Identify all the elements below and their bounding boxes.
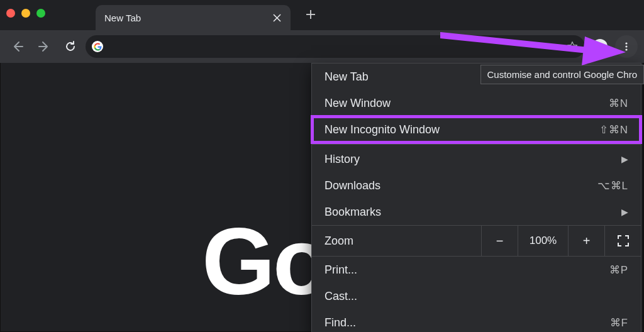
chevron-right-icon: ▶ <box>621 154 628 164</box>
menu-button-tooltip: Customise and control Google Chro <box>480 65 644 84</box>
google-logo: Go <box>202 208 328 316</box>
fullscreen-button[interactable] <box>604 226 641 256</box>
menu-label: Cast... <box>325 290 628 303</box>
toolbar <box>0 30 644 63</box>
menu-shortcut: ⌘N <box>609 97 628 110</box>
minimize-window-button[interactable] <box>21 9 30 18</box>
menu-label: Bookmarks <box>325 206 621 219</box>
menu-label: New Window <box>325 97 609 110</box>
profile-avatar-icon <box>592 38 608 55</box>
menu-label: Print... <box>325 263 609 277</box>
menu-label: History <box>325 153 621 166</box>
star-icon <box>566 40 579 53</box>
chrome-menu-button[interactable] <box>615 35 638 58</box>
new-tab-button[interactable] <box>301 4 321 25</box>
svg-point-6 <box>625 45 627 47</box>
zoom-out-button[interactable]: − <box>481 226 518 256</box>
zoom-percent: 100% <box>518 226 568 256</box>
chrome-main-menu: New Tab ⌘T New Window ⌘N New Incognito W… <box>311 63 641 332</box>
svg-point-5 <box>625 42 627 44</box>
reload-button[interactable] <box>59 35 82 58</box>
window-controls <box>6 9 45 18</box>
menu-shortcut: ⌥⌘L <box>597 179 628 192</box>
close-icon <box>273 14 281 22</box>
menu-shortcut: ⌘F <box>610 316 628 329</box>
address-bar[interactable] <box>86 35 585 58</box>
plus-icon <box>306 9 316 19</box>
menu-label: Zoom <box>312 235 481 248</box>
three-dots-icon <box>621 42 631 52</box>
browser-tab[interactable]: New Tab <box>96 5 291 30</box>
menu-item-new-window[interactable]: New Window ⌘N <box>312 90 641 116</box>
menu-label: New Incognito Window <box>325 123 599 136</box>
menu-item-find[interactable]: Find... ⌘F <box>312 309 641 332</box>
close-tab-button[interactable] <box>272 13 282 23</box>
menu-separator <box>312 144 641 145</box>
arrow-left-icon <box>11 40 24 53</box>
menu-item-cast[interactable]: Cast... <box>312 283 641 309</box>
menu-item-new-incognito-window[interactable]: New Incognito Window ⇧⌘N <box>312 116 641 143</box>
forward-button[interactable] <box>33 35 55 58</box>
menu-item-downloads[interactable]: Downloads ⌥⌘L <box>312 172 641 199</box>
menu-item-bookmarks[interactable]: Bookmarks ▶ <box>312 199 641 225</box>
tab-title: New Tab <box>104 13 272 23</box>
profile-avatar-button[interactable] <box>589 35 611 58</box>
zoom-in-button[interactable]: + <box>568 226 604 256</box>
menu-label: Find... <box>325 316 610 329</box>
menu-shortcut: ⇧⌘N <box>599 123 628 136</box>
bookmark-star-button[interactable] <box>566 40 579 53</box>
menu-shortcut: ⌘P <box>609 263 628 277</box>
close-window-button[interactable] <box>6 9 15 18</box>
svg-point-7 <box>625 48 627 50</box>
arrow-right-icon <box>38 40 50 53</box>
fullscreen-icon <box>617 235 630 247</box>
title-bar: New Tab <box>0 0 644 30</box>
google-favicon-icon <box>92 41 103 52</box>
menu-item-zoom: Zoom − 100% + <box>312 225 641 257</box>
reload-icon <box>64 40 77 53</box>
menu-item-print[interactable]: Print... ⌘P <box>312 257 641 283</box>
menu-item-history[interactable]: History ▶ <box>312 146 641 172</box>
maximize-window-button[interactable] <box>36 9 45 18</box>
zoom-controls: − 100% + <box>481 226 641 256</box>
menu-label: Downloads <box>325 179 597 192</box>
svg-point-4 <box>592 39 608 54</box>
chevron-right-icon: ▶ <box>621 207 628 217</box>
back-button[interactable] <box>6 35 29 58</box>
